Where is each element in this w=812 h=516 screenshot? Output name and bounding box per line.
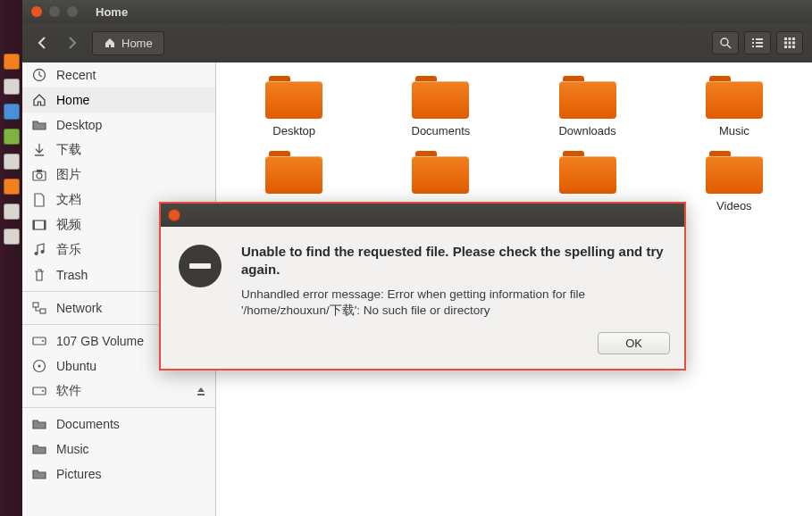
svg-rect-10	[792, 37, 795, 40]
launcher-item[interactable]	[4, 204, 20, 220]
sidebar-item-label: 107 GB Volume	[56, 334, 144, 348]
home-icon	[31, 92, 47, 108]
path-label: Home	[121, 37, 153, 50]
folder-documents[interactable]: Documents	[372, 76, 509, 137]
music-icon	[31, 242, 47, 258]
sidebar-item-bookmark-pictures[interactable]: Pictures	[22, 462, 215, 487]
document-icon	[31, 192, 47, 208]
sidebar-item-label: Network	[56, 301, 102, 315]
folder-icon	[706, 76, 763, 119]
dialog-heading: Unable to find the requested file. Pleas…	[241, 243, 666, 279]
dialog-message: Unhandled error message: Error when gett…	[241, 287, 666, 320]
launcher-item[interactable]	[4, 229, 20, 245]
window-maximize-icon[interactable]	[67, 6, 78, 17]
sidebar-item-label: 视频	[56, 217, 81, 233]
disc-icon	[31, 358, 47, 374]
window-minimize-icon[interactable]	[49, 6, 60, 17]
svg-point-29	[42, 340, 44, 342]
recent-icon	[31, 67, 47, 83]
launcher-item[interactable]	[4, 79, 20, 95]
svg-rect-21	[33, 221, 46, 229]
view-list-button[interactable]	[744, 31, 771, 54]
launcher-item[interactable]	[4, 179, 20, 195]
svg-rect-8	[784, 37, 787, 40]
sidebar-item-bookmark-documents[interactable]: Documents	[22, 412, 215, 437]
svg-rect-26	[33, 303, 38, 307]
launcher-item[interactable]	[4, 104, 20, 120]
error-dialog: Unable to find the requested file. Pleas…	[159, 202, 686, 370]
sidebar-item-label: 音乐	[56, 242, 81, 258]
svg-rect-15	[789, 46, 791, 48]
svg-rect-22	[33, 221, 35, 229]
download-icon	[31, 142, 47, 158]
eject-icon[interactable]	[196, 386, 206, 396]
window-title: Home	[96, 5, 128, 19]
folder-icon	[31, 416, 47, 432]
sidebar-item-label: Ubuntu	[56, 359, 96, 373]
sidebar-item-label: 软件	[56, 383, 81, 399]
folder-icon	[31, 441, 47, 457]
sidebar-item-label: Recent	[56, 68, 96, 82]
svg-point-31	[38, 365, 41, 368]
ok-button[interactable]: OK	[598, 332, 670, 354]
svg-rect-23	[44, 221, 46, 229]
unity-launcher[interactable]	[0, 0, 22, 516]
video-icon	[31, 217, 47, 233]
search-button[interactable]	[712, 31, 739, 54]
svg-rect-12	[789, 42, 791, 45]
error-icon	[179, 245, 222, 287]
launcher-item[interactable]	[4, 54, 20, 70]
folder-icon	[706, 151, 763, 194]
svg-point-24	[35, 252, 38, 255]
sidebar-item-desktop[interactable]: Desktop	[22, 112, 215, 137]
folder-icon	[412, 76, 469, 119]
svg-rect-7	[756, 46, 763, 47]
folder-music[interactable]: Music	[666, 76, 803, 137]
sidebar-item-home[interactable]: Home	[22, 87, 215, 112]
svg-rect-11	[784, 42, 787, 45]
svg-rect-16	[792, 46, 795, 48]
separator	[22, 407, 215, 408]
svg-rect-14	[784, 46, 787, 48]
view-grid-button[interactable]	[776, 31, 803, 54]
svg-rect-3	[756, 38, 763, 40]
trash-icon	[31, 267, 47, 283]
sidebar-item-recent[interactable]: Recent	[22, 62, 215, 87]
folder-icon	[31, 117, 47, 133]
sidebar-item-label: 图片	[56, 167, 81, 183]
dialog-close-icon[interactable]	[168, 209, 180, 221]
folder-icon	[559, 76, 616, 119]
sidebar-item-pictures[interactable]: 图片	[22, 162, 215, 187]
svg-point-0	[721, 38, 728, 46]
home-icon	[104, 37, 116, 49]
svg-rect-27	[40, 309, 46, 313]
folder-desktop[interactable]: Desktop	[225, 76, 363, 137]
svg-rect-2	[752, 38, 754, 40]
launcher-item[interactable]	[4, 129, 20, 145]
window-close-icon[interactable]	[31, 6, 42, 17]
dialog-body: Unable to find the requested file. Pleas…	[161, 227, 684, 332]
nav-back-button[interactable]	[31, 32, 53, 54]
launcher-item[interactable]	[4, 154, 20, 170]
sidebar-item-label: 下载	[56, 142, 81, 158]
sidebar-item-downloads[interactable]: 下载	[22, 137, 215, 162]
sidebar-item-label: 文档	[56, 192, 81, 208]
sidebar-item-label: Music	[56, 442, 89, 456]
svg-rect-13	[792, 42, 795, 45]
svg-point-33	[42, 390, 44, 392]
folder-downloads[interactable]: Downloads	[519, 76, 657, 137]
dialog-titlebar	[161, 204, 684, 227]
svg-line-1	[727, 45, 731, 48]
svg-rect-9	[789, 37, 791, 40]
folder-icon	[31, 466, 47, 482]
path-bar-home[interactable]: Home	[92, 31, 164, 55]
sidebar-item-label: Documents	[56, 417, 120, 431]
drive-icon	[31, 333, 47, 349]
nav-forward-button[interactable]	[62, 32, 83, 54]
toolbar: Home	[22, 23, 812, 62]
folder-icon	[265, 151, 322, 194]
sidebar-item-bookmark-music[interactable]: Music	[22, 437, 215, 462]
sidebar-item-software[interactable]: 软件	[22, 379, 215, 404]
drive-icon	[31, 383, 47, 399]
folder-icon	[265, 76, 322, 119]
